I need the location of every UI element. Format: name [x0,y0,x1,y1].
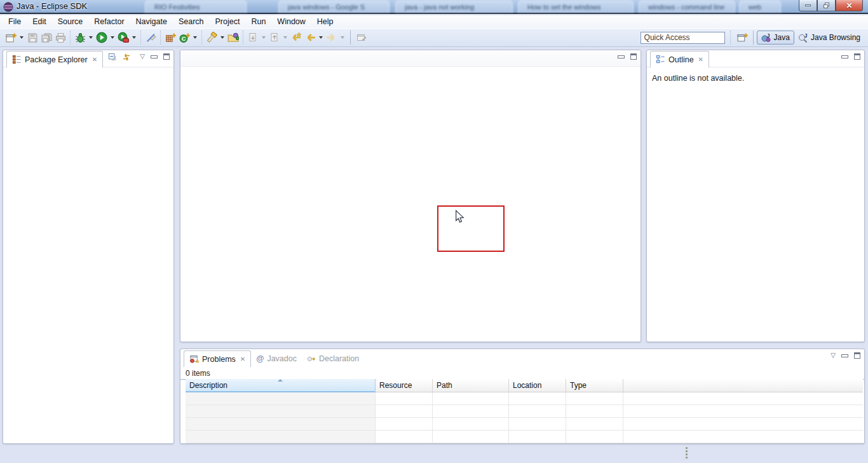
collapse-all-button[interactable] [108,53,118,64]
next-annotation-dropdown[interactable] [262,36,266,39]
browser-ghost-tab: RIO Festivities [145,1,247,13]
last-edit-location-button[interactable] [289,30,303,45]
package-explorer-content[interactable] [3,67,173,443]
tab-problems[interactable]: Problems ✕ [184,350,251,367]
close-icon: ✕ [846,2,852,10]
new-java-project-button[interactable] [163,30,177,45]
back-dropdown[interactable] [319,36,323,39]
minimize-window-button[interactable] [799,0,817,11]
search-dropdown[interactable] [220,36,224,39]
close-icon[interactable]: ✕ [92,56,97,63]
tab-declaration[interactable]: Declaration [302,351,364,366]
titlebar[interactable]: RIO Festivities java windows - Google S … [0,0,868,14]
column-header-type[interactable]: Type [566,379,623,392]
next-annotation-icon [248,32,258,43]
problems-table: Description Resource Path Location Type [186,379,863,443]
run-external-tools-dropdown[interactable] [132,36,136,39]
main-toolbar: C [0,28,868,47]
package-explorer-tabstrip: Package Explorer ✕ [3,50,173,67]
run-button[interactable] [95,30,109,45]
maximize-view-icon[interactable] [854,53,860,60]
problems-tabstrip: Problems ✕ @ Javadoc Declaration ▽ [180,349,864,366]
save-all-icon [41,32,52,43]
tab-javadoc[interactable]: @ Javadoc [251,351,302,366]
debug-button[interactable] [73,30,87,45]
toggle-mark-occurrences-button[interactable] [144,30,158,45]
pin-editor-button[interactable] [355,30,369,45]
open-type-button[interactable] [226,30,240,45]
editor-area [180,50,641,342]
menu-edit[interactable]: Edit [27,16,52,27]
column-header-filler [623,379,863,392]
close-icon[interactable]: ✕ [240,356,245,363]
menu-help[interactable]: Help [311,16,339,27]
perspective-java-button[interactable]: J Java [757,31,794,45]
open-perspective-button[interactable] [736,30,750,45]
tab-package-explorer[interactable]: Package Explorer ✕ [6,51,103,67]
red-selection-rectangle [437,205,505,252]
new-java-class-icon: C [179,32,190,43]
table-row[interactable] [186,431,863,443]
maximize-view-icon[interactable] [854,352,860,359]
new-wizard-button[interactable] [4,30,18,45]
table-row[interactable] [186,418,863,431]
view-menu-icon[interactable]: ▽ [831,352,836,359]
column-header-location[interactable]: Location [509,379,566,392]
print-button[interactable] [53,30,67,45]
forward-arrow-icon [326,32,337,43]
back-button[interactable] [303,30,317,45]
minimize-editor-icon[interactable] [618,55,625,59]
minimize-view-icon[interactable] [841,354,848,357]
link-with-editor-button[interactable] [121,52,132,64]
menu-navigate[interactable]: Navigate [130,16,173,27]
menu-window[interactable]: Window [271,16,311,27]
maximize-view-icon[interactable] [163,53,170,60]
save-all-button[interactable] [39,30,53,45]
forward-button[interactable] [325,30,339,45]
restore-window-button[interactable] [817,0,836,11]
maximize-editor-icon[interactable] [630,53,637,60]
table-row[interactable] [186,392,863,405]
perspective-java-browsing-button[interactable]: J Java Browsing [794,31,864,45]
package-explorer-view: Package Explorer ✕ [3,50,174,444]
outline-tabstrip: Outline ✕ [647,50,864,67]
column-header-path[interactable]: Path [433,379,509,392]
new-java-class-button[interactable]: C [177,30,191,45]
previous-annotation-dropdown[interactable] [283,36,287,39]
tab-outline[interactable]: Outline ✕ [650,51,709,67]
statusbar-drag-handle[interactable] [686,447,688,460]
close-window-button[interactable]: ✕ [836,0,863,11]
menu-project[interactable]: Project [210,16,246,27]
print-icon [55,32,66,43]
debug-dropdown[interactable] [89,36,93,39]
column-header-description[interactable]: Description [186,379,376,392]
next-annotation-button[interactable] [246,30,260,45]
quick-access-input[interactable] [641,32,725,44]
menu-source[interactable]: Source [52,16,89,27]
menu-run[interactable]: Run [245,16,271,27]
column-header-resource[interactable]: Resource [376,379,433,392]
run-external-tools-icon [118,32,129,43]
previous-annotation-button[interactable] [268,30,281,45]
editor-canvas[interactable] [180,67,641,342]
menu-refactor[interactable]: Refactor [88,16,130,27]
menu-search[interactable]: Search [173,16,210,27]
run-dropdown[interactable] [111,36,114,39]
close-icon[interactable]: ✕ [698,56,703,63]
minimize-view-icon[interactable] [151,55,158,59]
back-arrow-icon [304,32,316,43]
package-explorer-icon [12,55,22,64]
new-wizard-icon [6,32,17,43]
save-button[interactable] [25,30,39,45]
new-java-class-dropdown[interactable] [193,36,197,39]
table-row[interactable] [186,405,863,418]
menu-file[interactable]: File [3,16,27,27]
view-menu-icon[interactable]: ▽ [140,53,145,60]
run-external-tools-button[interactable] [116,30,130,45]
declaration-tab-label: Declaration [319,354,359,363]
minimize-view-icon[interactable] [841,55,848,59]
new-wizard-dropdown[interactable] [20,36,24,39]
forward-dropdown[interactable] [341,36,344,39]
outline-empty-message: An outline is not available. [647,67,864,89]
search-button[interactable] [205,30,219,45]
